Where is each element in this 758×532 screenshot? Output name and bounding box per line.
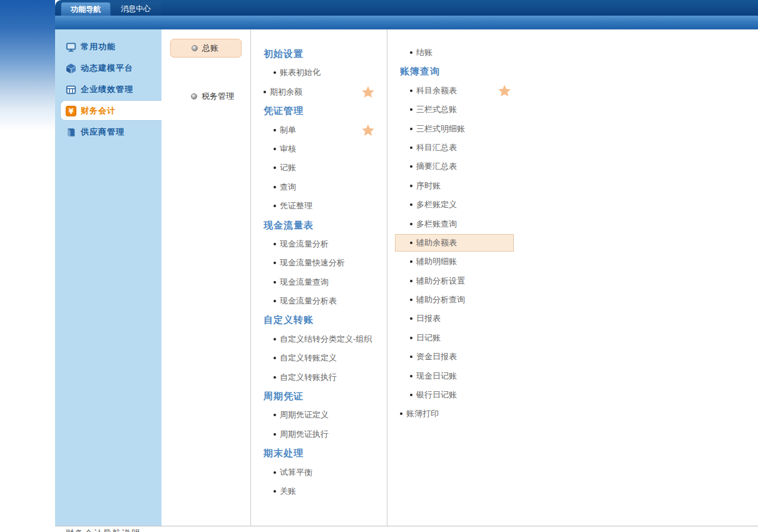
menu-item[interactable]: 三栏式明细账: [400, 120, 525, 138]
sidebar-item-label: 动态建模平台: [81, 63, 133, 74]
menu-item-label: 自定义结转分类定义-组织: [280, 334, 372, 344]
menu-section-header: 现金流量表: [264, 216, 389, 235]
module-item[interactable]: 总账: [170, 39, 242, 58]
menu-item[interactable]: 多栏账查询: [400, 215, 525, 233]
menu-item[interactable]: 期初余额: [264, 83, 389, 101]
menu-item[interactable]: 账表初始化: [264, 63, 389, 82]
menu-item[interactable]: 科目汇总表: [400, 138, 525, 157]
menu-item[interactable]: 日报表: [400, 309, 525, 328]
menu-item[interactable]: 自定义转账定义: [264, 349, 389, 367]
menu-item[interactable]: 现金日记账: [400, 367, 525, 386]
menu-item[interactable]: 现金流量分析表: [264, 292, 389, 310]
menu-column-right: 结账账簿查询科目余额表三栏式总账三栏式明细账科目汇总表摘要汇总表序时账多栏账定义…: [400, 43, 525, 424]
menu-item-label: 关账: [280, 486, 296, 496]
menu-item[interactable]: 制单: [264, 121, 389, 140]
menu-section-header-label: 凭证管理: [264, 105, 304, 116]
favorite-star-icon[interactable]: [361, 123, 375, 137]
menu-item[interactable]: 自定义结转分类定义-组织: [264, 330, 389, 349]
menu-item[interactable]: 银行日记账: [400, 386, 525, 404]
sidebar-item[interactable]: 供应商管理: [55, 121, 161, 143]
menu-item-label: 多栏账查询: [416, 219, 457, 228]
menu-item[interactable]: 三栏式总账: [400, 100, 525, 119]
menu-item-label: 现金日记账: [416, 371, 457, 381]
sidebar-item-label: 常用功能: [81, 41, 116, 53]
menu-item-label: 现金流量分析: [280, 239, 329, 248]
menu-item[interactable]: 辅助余额表: [395, 234, 514, 252]
menu-item[interactable]: 记账: [264, 158, 389, 177]
menu-section-header-label: 账簿查询: [400, 66, 440, 76]
menu-item[interactable]: 凭证整理: [264, 197, 389, 215]
menu-item-label: 现金流量快速分析: [280, 258, 345, 267]
menu-item-label: 结账: [416, 48, 433, 57]
tab-function-navigation[interactable]: 功能导航: [61, 2, 111, 16]
menu-section-header: 自定义转账: [264, 310, 389, 329]
menu-item[interactable]: 关账: [264, 482, 389, 501]
menu-item[interactable]: 序时账: [400, 176, 525, 195]
subheader-bar: [55, 16, 758, 29]
menu-item[interactable]: 现金流量查询: [264, 273, 389, 292]
menu-item-label: 摘要汇总表: [416, 161, 457, 171]
sidebar-item[interactable]: 常用功能: [55, 36, 161, 58]
menu-item-label: 周期凭证执行: [280, 429, 329, 439]
sidebar-item-label: 企业绩效管理: [81, 84, 133, 95]
menu-item[interactable]: 日记账: [400, 329, 525, 347]
sidebar-item-label: 财务会计: [81, 105, 116, 116]
module-item[interactable]: 税务管理: [170, 87, 242, 106]
menu-section-header: 周期凭证: [264, 387, 389, 406]
menu-item-label: 资金日报表: [416, 352, 457, 361]
menu-item[interactable]: 查询: [264, 178, 389, 197]
sidebar-item[interactable]: 动态建模平台: [55, 58, 161, 79]
menu-item-label: 科目余额表: [416, 86, 457, 95]
menu-item-label: 凭证整理: [280, 201, 312, 210]
monitor-icon: [66, 42, 76, 53]
menu-section-header: 账簿查询: [400, 62, 525, 81]
menu-section-header-label: 自定义转账: [264, 314, 314, 325]
menu-item[interactable]: 账簿打印: [400, 404, 525, 423]
menu-item-label: 辅助分析设置: [416, 276, 465, 285]
menu-item[interactable]: 多栏账定义: [400, 195, 525, 214]
radio-dot-icon: [192, 45, 198, 51]
sidebar-item-label: 供应商管理: [81, 126, 125, 138]
menu-item[interactable]: 辅助分析设置: [400, 272, 525, 290]
menu-item-label: 辅助分析查询: [416, 295, 465, 304]
module-item-label: 税务管理: [202, 91, 234, 102]
tab-label: 功能导航: [71, 5, 101, 14]
book-icon: [66, 127, 76, 138]
menu-item-label: 期初余额: [270, 87, 302, 96]
menu-section-header: 凭证管理: [264, 101, 389, 120]
menu-item[interactable]: 辅助分析查询: [400, 290, 525, 309]
menu-item-label: 查询: [280, 182, 296, 192]
tab-label: 消息中心: [121, 4, 151, 13]
favorite-star-icon[interactable]: [361, 85, 375, 99]
menu-column-left: 初始设置账表初始化期初余额凭证管理制单审核记账查询凭证整理现金流量表现金流量分析…: [264, 44, 389, 501]
radio-dot-icon: [191, 93, 197, 100]
module-panel: 总账税务管理: [161, 29, 250, 526]
menu-item[interactable]: 周期凭证定义: [264, 406, 389, 424]
menu-section-header-label: 周期凭证: [264, 391, 304, 401]
menu-item[interactable]: 摘要汇总表: [400, 157, 525, 176]
menu-item[interactable]: 结账: [400, 43, 525, 62]
menu-item[interactable]: 自定义转账执行: [264, 368, 389, 387]
favorite-star-icon[interactable]: [498, 84, 511, 98]
tab-message-center[interactable]: 消息中心: [111, 2, 161, 16]
menu-item[interactable]: 科目余额表: [400, 81, 525, 100]
sidebar: 常用功能动态建模平台企业绩效管理¥财务会计供应商管理: [55, 29, 161, 526]
menu-item-label: 自定义转账执行: [280, 372, 337, 382]
menu-item[interactable]: 审核: [264, 140, 389, 158]
menu-item[interactable]: 现金流量快速分析: [264, 253, 389, 272]
menu-item-label: 三栏式总账: [416, 105, 457, 114]
sidebar-item[interactable]: ¥财务会计: [55, 100, 161, 121]
menu-item-label: 序时账: [416, 181, 441, 190]
menu-item-label: 银行日记账: [416, 390, 457, 399]
horizontal-separator: [55, 526, 758, 526]
svg-text:¥: ¥: [68, 106, 73, 115]
menu-item-label: 辅助明细账: [416, 257, 457, 266]
menu-item[interactable]: 现金流量分析: [264, 235, 389, 253]
menu-item[interactable]: 辅助明细账: [400, 252, 525, 271]
calculator-icon: [66, 84, 76, 95]
menu-item[interactable]: 资金日报表: [400, 347, 525, 366]
menu-item[interactable]: 试算平衡: [264, 463, 389, 482]
menu-section-header-label: 现金流量表: [264, 220, 314, 230]
sidebar-item[interactable]: 企业绩效管理: [55, 79, 161, 100]
menu-item[interactable]: 周期凭证执行: [264, 425, 389, 444]
